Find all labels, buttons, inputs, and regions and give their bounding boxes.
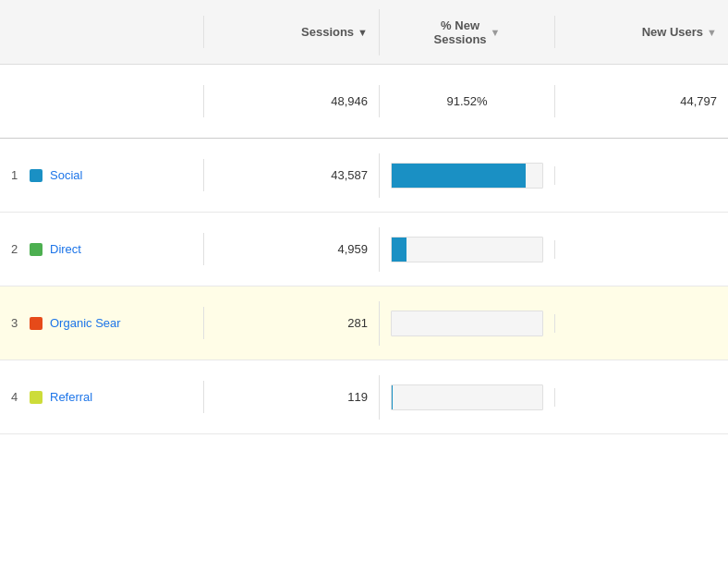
sessions-sort-icon[interactable]: ▼: [358, 27, 368, 38]
analytics-table: Sessions ▼ % New Sessions ▼ New Users ▼ …: [0, 0, 728, 434]
table-row: 2 Direct 4,959: [0, 213, 728, 286]
totals-row: 48,946 91.52% 44,797: [0, 65, 728, 139]
row-number-3: 4: [11, 390, 22, 404]
channel-link-0[interactable]: Social: [50, 168, 82, 182]
header-sessions[interactable]: Sessions ▼: [203, 16, 379, 48]
header-new-sessions[interactable]: % New Sessions ▼: [379, 9, 554, 55]
new-users-sort-icon[interactable]: ▼: [707, 27, 717, 38]
channel-color-1: [30, 243, 42, 256]
cell-sessions-3: 119: [203, 381, 379, 413]
cell-new-sessions-2: [379, 301, 554, 346]
bar-container-3: [391, 384, 543, 410]
cell-label-3: 4 Referral: [0, 381, 203, 413]
new-sessions-sort-icon[interactable]: ▼: [491, 27, 501, 38]
totals-label: [0, 92, 203, 111]
cell-new-sessions-3: [379, 375, 554, 420]
cell-label-0: 1 Social: [0, 159, 203, 191]
new-users-header-label: New Users: [642, 25, 703, 39]
cell-new-users-2: [554, 314, 728, 333]
cell-sessions-2: 281: [203, 307, 379, 339]
channel-link-2[interactable]: Organic Sear: [50, 316, 121, 330]
new-sessions-header-label: % New Sessions: [434, 18, 487, 46]
totals-sessions: 48,946: [203, 85, 379, 117]
bar-container-0: [391, 163, 543, 189]
cell-new-users-0: [554, 166, 728, 185]
table-row: 3 Organic Sear 281: [0, 286, 728, 360]
bar-fill-1: [392, 238, 406, 262]
table-row: 4 Referral 119: [0, 360, 728, 434]
row-number-0: 1: [11, 168, 22, 182]
row-number-1: 2: [11, 242, 22, 256]
table-header: Sessions ▼ % New Sessions ▼ New Users ▼: [0, 0, 728, 65]
channel-color-0: [30, 169, 42, 182]
row-number-2: 3: [11, 316, 22, 330]
cell-new-users-1: [554, 240, 728, 259]
bar-fill-0: [392, 164, 526, 188]
bar-fill-3: [392, 385, 393, 409]
channel-link-3[interactable]: Referral: [50, 390, 92, 404]
channel-color-3: [30, 391, 42, 404]
cell-label-2: 3 Organic Sear: [0, 307, 203, 339]
cell-label-1: 2 Direct: [0, 233, 203, 265]
cell-new-sessions-1: [379, 227, 554, 272]
bar-container-1: [391, 237, 543, 262]
cell-new-users-3: [554, 388, 728, 407]
cell-sessions-0: 43,587: [203, 159, 379, 191]
totals-new-users: 44,797: [554, 85, 728, 117]
table-row: 1 Social 43,587: [0, 139, 728, 213]
sessions-header-label: Sessions: [301, 25, 354, 39]
cell-sessions-1: 4,959: [203, 233, 379, 265]
bar-container-2: [391, 311, 543, 336]
header-label-col: [0, 23, 203, 42]
header-new-users[interactable]: New Users ▼: [554, 16, 728, 48]
cell-new-sessions-0: [379, 153, 554, 198]
channel-color-2: [30, 317, 42, 330]
totals-new-sessions: 91.52%: [379, 85, 554, 117]
channel-link-1[interactable]: Direct: [50, 242, 81, 256]
